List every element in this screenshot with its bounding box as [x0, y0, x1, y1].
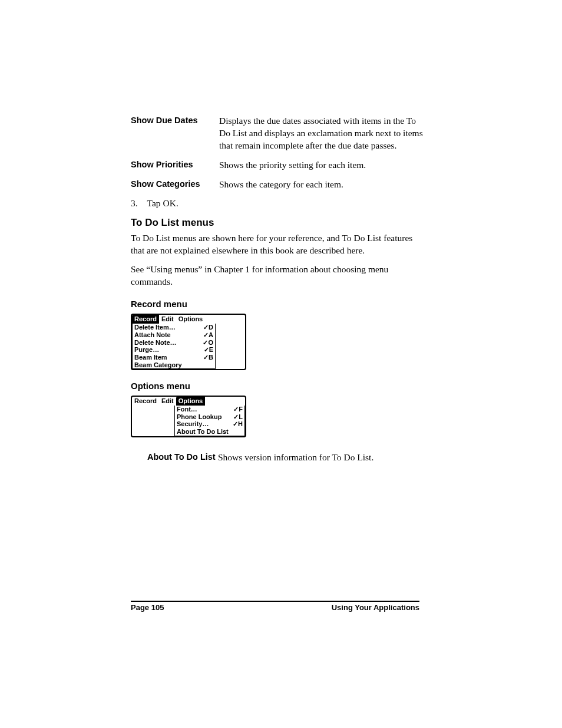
page: Show Due Dates Displays the due dates as…: [0, 0, 562, 728]
menu-item-label: Purge…: [134, 346, 159, 354]
step-3: 3. Tap OK.: [131, 198, 427, 209]
menu-item-label: Beam Item: [134, 354, 167, 361]
menu-item-label: Delete Item…: [134, 324, 176, 331]
menu-item: Delete Item… ✓D: [133, 324, 215, 331]
def-about-to-do-list: About To Do List Shows version informati…: [131, 452, 427, 464]
step-text: Tap OK.: [147, 198, 178, 208]
menubar-record: Record: [132, 315, 159, 324]
desc: Shows the priority setting for each item…: [219, 159, 427, 172]
heading-to-do-list-menus: To Do List menus: [131, 217, 427, 229]
menubar: Record Edit Options: [132, 315, 245, 324]
menu-item-label: Delete Note…: [134, 339, 177, 347]
menu-item: Delete Note… ✓O: [133, 339, 215, 347]
menubar-options: Options: [176, 315, 206, 324]
options-menu-figure: Record Edit Options Font… ✓F Phone Looku…: [131, 396, 246, 437]
record-dropdown: Delete Item… ✓D Attach Note ✓A Delete No…: [132, 324, 216, 369]
page-footer: Page 105 Using Your Applications: [131, 603, 419, 612]
footer-section-title: Using Your Applications: [332, 603, 419, 612]
footer-page-number: Page 105: [131, 603, 164, 612]
desc: Shows the category for each item.: [219, 179, 427, 191]
menu-item-shortcut: ✓O: [203, 339, 213, 347]
menu-item-label: Security…: [177, 420, 209, 428]
desc: Shows version information for To Do List…: [218, 452, 427, 464]
desc: Displays the due dates associated with i…: [219, 115, 427, 152]
menu-item: Phone Lookup ✓L: [175, 413, 244, 421]
menu-item: Beam Item ✓B: [133, 354, 215, 361]
heading-options-menu: Options menu: [131, 381, 427, 391]
def-show-categories: Show Categories Shows the category for e…: [131, 179, 427, 191]
menu-item-label: Beam Category: [134, 361, 182, 369]
menu-item-shortcut: ✓F: [233, 406, 243, 413]
menu-item: Purge… ✓E: [133, 346, 215, 354]
def-show-due-dates: Show Due Dates Displays the due dates as…: [131, 115, 427, 152]
menubar: Record Edit Options: [132, 397, 245, 406]
term: Show Categories: [131, 179, 219, 191]
menu-item-label: About To Do List: [177, 428, 229, 436]
record-menu-figure: Record Edit Options Delete Item… ✓D Atta…: [131, 314, 246, 370]
menu-item-shortcut: ✓E: [204, 346, 213, 354]
menu-item: Font… ✓F: [175, 406, 244, 413]
term: Show Priorities: [131, 159, 219, 172]
menu-item: About To Do List: [175, 428, 244, 436]
menubar-options: Options: [176, 397, 206, 406]
menubar-edit: Edit: [159, 397, 176, 406]
paragraph: See “Using menus” in Chapter 1 for infor…: [131, 263, 427, 288]
menubar-record: Record: [132, 397, 159, 406]
paragraph: To Do List menus are shown here for your…: [131, 232, 427, 257]
menu-item: Beam Category: [133, 361, 215, 369]
footer-rule: [131, 601, 419, 602]
menu-item-shortcut: ✓H: [233, 420, 243, 428]
menu-item-shortcut: ✓A: [203, 331, 213, 339]
options-dropdown: Font… ✓F Phone Lookup ✓L Security… ✓H Ab…: [174, 406, 245, 436]
menu-item-shortcut: ✓L: [233, 413, 243, 421]
def-show-priorities: Show Priorities Shows the priority setti…: [131, 159, 427, 172]
menu-item-label: Phone Lookup: [177, 413, 222, 421]
step-number: 3.: [131, 198, 145, 209]
term: Show Due Dates: [131, 115, 219, 152]
heading-record-menu: Record menu: [131, 299, 427, 309]
menu-item-label: Font…: [177, 406, 197, 413]
menu-item-shortcut: ✓B: [203, 354, 213, 361]
menubar-edit: Edit: [159, 315, 176, 324]
menu-item-shortcut: ✓D: [203, 324, 213, 331]
menu-item-label: Attach Note: [134, 331, 171, 339]
term: About To Do List: [147, 452, 218, 464]
menu-item: Security… ✓H: [175, 420, 244, 428]
menu-item: Attach Note ✓A: [133, 331, 215, 339]
